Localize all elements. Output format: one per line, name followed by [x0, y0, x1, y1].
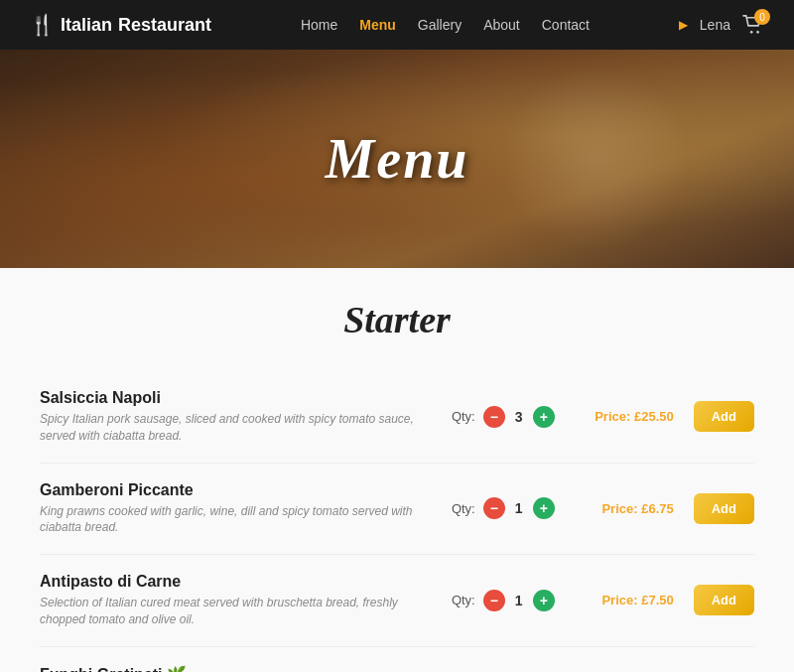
- leaf-icon: 🌿: [167, 666, 187, 672]
- hero-decoration: [496, 69, 695, 248]
- svg-point-0: [750, 31, 753, 34]
- item-info-antipasto: Antipasto di Carne Selection of Italian …: [40, 573, 426, 628]
- item-name: Funghi Gratinati 🌿: [40, 665, 426, 672]
- item-desc: King prawns cooked with garlic, wine, di…: [40, 503, 426, 537]
- nav-about[interactable]: About: [483, 17, 520, 33]
- qty-plus-button[interactable]: +: [533, 590, 555, 611]
- item-name: Antipasto di Carne: [40, 573, 426, 591]
- price-label: Price:: [601, 501, 641, 516]
- table-row: Funghi Gratinati 🌿 Mushroom cooked in ga…: [40, 647, 754, 672]
- qty-minus-button[interactable]: −: [483, 406, 505, 428]
- price-label: Price:: [595, 409, 634, 424]
- item-name: Gamberoni Piccante: [40, 481, 426, 499]
- price-value: £7.50: [641, 593, 674, 607]
- qty-controls: Qty: − 1 +: [446, 497, 555, 519]
- qty-label: Qty:: [452, 409, 475, 424]
- qty-label: Qty:: [452, 501, 475, 516]
- qty-value: 1: [511, 593, 527, 608]
- table-row: Antipasto di Carne Selection of Italian …: [40, 555, 754, 647]
- item-info-funghi: Funghi Gratinati 🌿 Mushroom cooked in ga…: [40, 665, 426, 672]
- item-price: Price: £6.75: [575, 501, 674, 516]
- price-value: £25.50: [634, 409, 674, 424]
- qty-value: 3: [511, 409, 527, 425]
- qty-plus-button[interactable]: +: [533, 406, 555, 428]
- nav-gallery[interactable]: Gallery: [418, 17, 462, 33]
- nav-contact[interactable]: Contact: [542, 17, 590, 33]
- item-name: Salsiccia Napoli: [40, 389, 426, 407]
- qty-controls: Qty: − 1 +: [446, 590, 555, 611]
- qty-plus-button[interactable]: +: [533, 497, 555, 519]
- logo-text: Italian: [61, 15, 112, 36]
- main-nav: Home Menu Gallery About Contact: [301, 17, 590, 33]
- cart-icon[interactable]: 0: [742, 15, 764, 35]
- item-info-gamberoni: Gamberoni Piccante King prawns cooked wi…: [40, 481, 426, 537]
- logo[interactable]: 🍴 Italian Restaurant: [30, 13, 211, 37]
- hero-title: Menu: [326, 127, 469, 191]
- user-name[interactable]: Lena: [700, 17, 730, 33]
- header-right: ▶ Lena 0: [679, 15, 764, 35]
- qty-controls: Qty: − 3 +: [446, 406, 555, 428]
- item-price: Price: £25.50: [575, 409, 674, 424]
- add-button[interactable]: Add: [694, 401, 754, 432]
- header: 🍴 Italian Restaurant Home Menu Gallery A…: [0, 0, 794, 50]
- qty-value: 1: [511, 500, 527, 516]
- starter-section: Starter Salsiccia Napoli Spicy Italian p…: [0, 268, 794, 672]
- add-button[interactable]: Add: [694, 585, 754, 615]
- add-button[interactable]: Add: [694, 493, 754, 524]
- qty-minus-button[interactable]: −: [483, 590, 505, 611]
- cutlery-icon: 🍴: [30, 13, 55, 37]
- item-desc: Selection of Italian cured meat served w…: [40, 595, 426, 628]
- table-row: Gamberoni Piccante King prawns cooked wi…: [40, 464, 754, 556]
- user-arrow-icon: ▶: [679, 18, 688, 32]
- item-price: Price: £7.50: [575, 593, 674, 607]
- item-info-salsiccia: Salsiccia Napoli Spicy Italian pork saus…: [40, 389, 426, 445]
- qty-minus-button[interactable]: −: [483, 497, 505, 519]
- cart-count: 0: [754, 9, 770, 25]
- nav-menu[interactable]: Menu: [359, 17, 396, 33]
- svg-point-1: [756, 31, 759, 34]
- hero-section: Menu: [0, 50, 794, 268]
- price-value: £6.75: [641, 501, 674, 516]
- qty-label: Qty:: [452, 593, 475, 607]
- starter-title: Starter: [0, 298, 794, 341]
- price-label: Price:: [601, 593, 641, 607]
- logo-restaurant: Restaurant: [118, 15, 211, 36]
- nav-home[interactable]: Home: [301, 17, 337, 33]
- menu-items-list: Salsiccia Napoli Spicy Italian pork saus…: [20, 371, 774, 672]
- item-desc: Spicy Italian pork sausage, sliced and c…: [40, 411, 426, 445]
- table-row: Salsiccia Napoli Spicy Italian pork saus…: [40, 371, 754, 464]
